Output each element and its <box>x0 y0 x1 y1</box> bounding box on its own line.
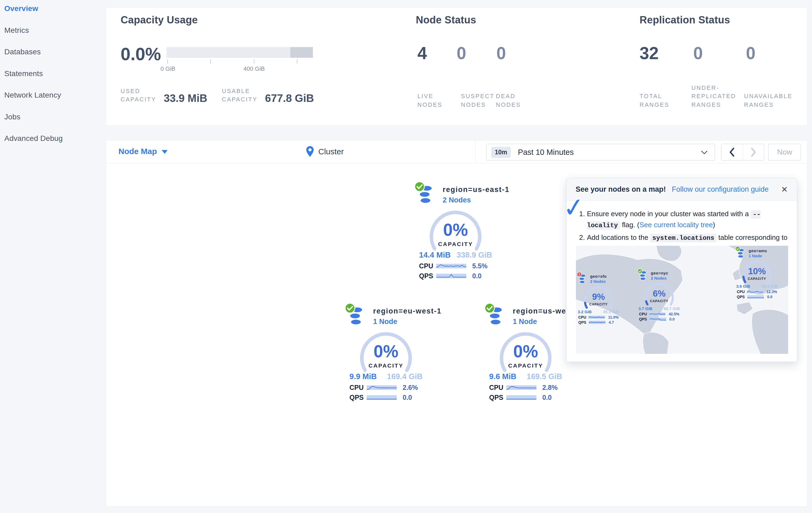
gauge-percent: 0% <box>429 220 483 240</box>
region-nodes-link[interactable]: 1 Node <box>373 318 442 326</box>
chevron-down-icon <box>162 150 168 154</box>
database-icon <box>639 271 648 282</box>
time-range-value: Past 10 Minutes <box>518 148 574 157</box>
capacity-bar <box>167 47 313 58</box>
tooltip-header: See your nodes on a map! Follow our conf… <box>567 178 797 201</box>
view-selector-dropdown[interactable]: Node Map <box>118 147 168 156</box>
time-step-back-button[interactable] <box>722 144 743 160</box>
qps-value: 0.0 <box>472 272 482 280</box>
sidebar-item-metrics[interactable]: Metrics <box>4 26 29 35</box>
qps-sparkline <box>649 318 666 321</box>
region-group-us-east-1: region=us-east-1 2 Nodes 0% CAPACITY 14.… <box>415 185 496 280</box>
map-pin-icon <box>306 146 315 158</box>
minimap-region-nodes: 2 Nodes <box>590 279 607 284</box>
sidebar: Overview Metrics Databases Statements Ne… <box>0 0 105 513</box>
total-ranges-label: TOTALRANGES <box>640 86 669 108</box>
used-capacity-label: USED CAPACITY <box>121 86 156 103</box>
unavailable-ranges-count: 0 <box>746 43 756 63</box>
capacity-usage-title: Capacity Usage <box>121 14 389 26</box>
toolbar-divider <box>475 140 475 163</box>
qps-value: 0.0 <box>669 317 674 321</box>
qps-sparkline <box>367 395 397 400</box>
sidebar-item-statements[interactable]: Statements <box>4 70 43 78</box>
minimap-region-name: geo=ams <box>749 248 767 253</box>
node-map-preview: geo=sfo 2 Nodes 9% CAPACITY 3.2 GiB 35.1… <box>576 246 788 354</box>
region-nodes-link[interactable]: 2 Nodes <box>443 196 510 204</box>
step-text: ) <box>713 221 715 229</box>
qps-sparkline <box>506 395 536 400</box>
close-icon[interactable]: ✕ <box>781 185 788 194</box>
chevron-left-icon <box>729 147 735 157</box>
minimap-group-sfo: geo=sfo 2 Nodes 9% CAPACITY 3.2 GiB 35.1… <box>577 274 620 325</box>
minimap-region-nodes: 2 Nodes <box>651 276 668 280</box>
minimap-group-ams: geo=ams 1 Node 10% CAPACITY 3.6 GiB 34.4… <box>735 248 778 299</box>
cpu-sparkline <box>367 385 397 390</box>
step-text: flag. ( <box>620 221 639 229</box>
minimap-region-name: geo=sfo <box>590 274 607 278</box>
suspect-nodes-count: 0 <box>457 43 466 63</box>
qps-label: QPS <box>419 272 436 280</box>
unavailable-ranges-label: UNAVAILABLERANGES <box>744 86 792 108</box>
time-step-forward-button[interactable] <box>743 144 764 160</box>
replication-status-section: Replication Status 32 0 0 TOTALRANGES UN… <box>640 14 804 26</box>
breadcrumb: Cluster <box>306 146 344 158</box>
region-group-eu-west-1: region=eu-west-1 1 Node 0% CAPACITY 9.9 … <box>346 306 426 401</box>
capacity-gauge: 10% CAPACITY <box>742 260 772 284</box>
node-status-title: Node Status <box>416 14 604 26</box>
status-ok-icon <box>484 303 495 314</box>
sidebar-item-advanced-debug[interactable]: Advanced Debug <box>4 134 63 143</box>
gauge-percent: 6% <box>644 289 674 299</box>
tooltip-title: See your nodes on a map! <box>576 185 666 194</box>
cpu-sparkline <box>588 316 605 319</box>
configuration-guide-link[interactable]: Follow our configuration guide <box>672 185 768 194</box>
qps-value: 0.0 <box>403 394 412 401</box>
status-ok-icon <box>345 303 355 314</box>
step-text: Ensure every node in your cluster was st… <box>587 210 751 218</box>
tooltip-step: Ensure every node in your cluster was st… <box>587 208 788 231</box>
qps-label: QPS <box>737 295 747 299</box>
capacity-gauge: 0% CAPACITY <box>429 210 483 250</box>
gauge-percent: 0% <box>359 342 413 361</box>
qps-sparkline <box>747 295 764 298</box>
cpu-sparkline <box>506 385 536 390</box>
gauge-percent: 0% <box>499 342 553 361</box>
total-ranges-count: 32 <box>640 43 659 63</box>
gauge-percent: 10% <box>742 266 772 276</box>
capacity-bar-nonusable-segment <box>290 47 313 58</box>
database-icon <box>579 274 588 285</box>
live-nodes-label: LIVENODES <box>417 86 442 108</box>
sidebar-item-overview[interactable]: Overview <box>4 4 38 13</box>
qps-sparkline <box>589 321 605 324</box>
under-replicated-count: 0 <box>693 43 703 63</box>
qps-label: QPS <box>578 320 588 325</box>
capacity-axis-label-0: 0 GiB <box>161 65 175 72</box>
now-button[interactable]: Now <box>768 144 801 161</box>
locality-tree-link[interactable]: See current locality tree <box>639 221 713 229</box>
sidebar-item-network-latency[interactable]: Network Latency <box>4 91 61 100</box>
node-status-section: Node Status 4 0 0 LIVENODES SUSPECTNODES… <box>416 14 604 26</box>
region-name: region=eu-west-1 <box>373 307 442 315</box>
database-icon <box>488 306 508 331</box>
cpu-sparkline <box>649 313 665 316</box>
status-ok-icon <box>414 181 425 192</box>
gauge-capacity-label: CAPACITY <box>499 362 553 369</box>
time-step-buttons <box>721 144 764 161</box>
inline-code: system.locations <box>650 234 716 242</box>
database-icon <box>737 248 746 260</box>
status-alert-icon <box>577 272 582 277</box>
sidebar-item-jobs[interactable]: Jobs <box>4 113 21 121</box>
gauge-capacity-label: CAPACITY <box>644 299 674 303</box>
capacity-axis-tick <box>254 59 254 63</box>
gauge-percent: 9% <box>583 292 613 302</box>
region-group-us-west-1: region=us-west-1 1 Node 0% CAPACITY 9.6 … <box>485 306 566 401</box>
database-icon <box>417 185 438 210</box>
gauge-capacity-label: CAPACITY <box>583 302 613 306</box>
sidebar-item-databases[interactable]: Databases <box>4 48 41 56</box>
database-icon <box>348 306 368 331</box>
chevron-down-icon <box>701 150 708 155</box>
time-range-select[interactable]: 10m Past 10 Minutes <box>486 144 715 161</box>
capacity-gauge: 0% CAPACITY <box>359 331 413 372</box>
qps-label: QPS <box>349 394 366 401</box>
capacity-gauge: 0% CAPACITY <box>499 331 553 372</box>
minimap-group-nyc: geo=nyc 2 Nodes 6% CAPACITY 3.7 GiB 65.7… <box>638 271 680 321</box>
